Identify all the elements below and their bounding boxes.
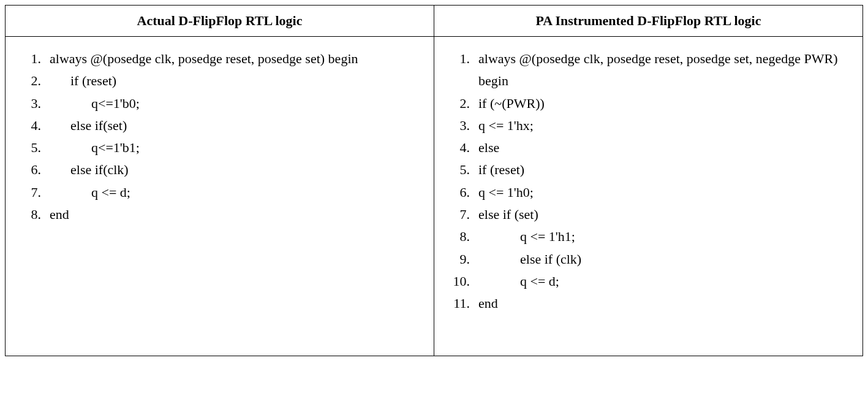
line-number: 2.: [18, 70, 50, 92]
right-header: PA Instrumented D-FlipFlop RTL logic: [434, 6, 862, 37]
code-line: 5.if (reset): [447, 159, 850, 181]
line-number: 8.: [18, 204, 50, 226]
line-number: 9.: [447, 248, 478, 270]
line-text: else if(set): [50, 115, 421, 137]
line-text: always @(posedge clk, posedge reset, pos…: [478, 48, 850, 93]
line-number: 7.: [447, 204, 478, 226]
left-column: Actual D-FlipFlop RTL logic 1.always @(p…: [6, 6, 434, 356]
line-number: 1.: [447, 48, 478, 70]
line-number: 4.: [18, 115, 50, 137]
line-text: q <= 1'hx;: [478, 115, 850, 137]
code-line: 1.always @(posedge clk, posedge reset, p…: [447, 48, 850, 93]
line-number: 3.: [18, 93, 50, 115]
code-line: 8.q <= 1'h1;: [447, 226, 850, 248]
line-number: 6.: [447, 181, 478, 204]
right-column: PA Instrumented D-FlipFlop RTL logic 1.a…: [434, 6, 862, 356]
code-line: 2.if (~(PWR)): [447, 93, 850, 115]
code-line: 7.q <= d;: [18, 181, 421, 204]
line-number: 2.: [447, 93, 478, 115]
line-number: 10.: [447, 270, 478, 292]
line-text: if (~(PWR)): [478, 93, 850, 115]
line-text: else if (clk): [478, 248, 850, 270]
line-text: q <= 1'h0;: [478, 181, 850, 204]
code-line: 6.q <= 1'h0;: [447, 181, 850, 204]
code-line: 1.always @(posedge clk, posedge reset, p…: [18, 48, 421, 70]
right-code-list: 1.always @(posedge clk, posedge reset, p…: [447, 48, 850, 315]
line-text: q <= d;: [478, 270, 850, 292]
code-line: 2.if (reset): [18, 70, 421, 92]
line-number: 5.: [18, 137, 50, 159]
line-number: 11.: [447, 292, 478, 315]
left-header: Actual D-FlipFlop RTL logic: [6, 6, 434, 37]
code-line: 4.else: [447, 137, 850, 159]
line-text: if (reset): [478, 159, 850, 181]
code-line: 10.q <= d;: [447, 270, 850, 292]
line-number: 7.: [18, 181, 50, 204]
line-text: q<=1'b1;: [50, 137, 421, 159]
code-line: 8.end: [18, 204, 421, 226]
line-number: 4.: [447, 137, 478, 159]
code-line: 9.else if (clk): [447, 248, 850, 270]
line-text: else if(clk): [50, 159, 421, 181]
comparison-table: Actual D-FlipFlop RTL logic 1.always @(p…: [5, 5, 863, 356]
code-line: 3.q<=1'b0;: [18, 93, 421, 115]
line-text: else: [478, 137, 850, 159]
line-text: q <= d;: [50, 181, 421, 204]
code-line: 7.else if (set): [447, 204, 850, 226]
code-line: 6.else if(clk): [18, 159, 421, 181]
code-line: 11.end: [447, 292, 850, 315]
line-text: q<=1'b0;: [50, 93, 421, 115]
line-text: end: [478, 292, 850, 315]
line-text: end: [50, 204, 421, 226]
left-code-list: 1.always @(posedge clk, posedge reset, p…: [18, 48, 421, 226]
line-number: 5.: [447, 159, 478, 181]
line-text: if (reset): [50, 70, 421, 92]
line-text: always @(posedge clk, posedge reset, pos…: [50, 48, 421, 70]
right-body: 1.always @(posedge clk, posedge reset, p…: [434, 37, 862, 356]
line-number: 3.: [447, 115, 478, 137]
line-text: q <= 1'h1;: [478, 226, 850, 248]
line-number: 1.: [18, 48, 50, 70]
line-number: 8.: [447, 226, 478, 248]
code-line: 3.q <= 1'hx;: [447, 115, 850, 137]
left-body: 1.always @(posedge clk, posedge reset, p…: [6, 37, 434, 356]
line-text: else if (set): [478, 204, 850, 226]
line-number: 6.: [18, 159, 50, 181]
code-line: 5.q<=1'b1;: [18, 137, 421, 159]
code-line: 4.else if(set): [18, 115, 421, 137]
